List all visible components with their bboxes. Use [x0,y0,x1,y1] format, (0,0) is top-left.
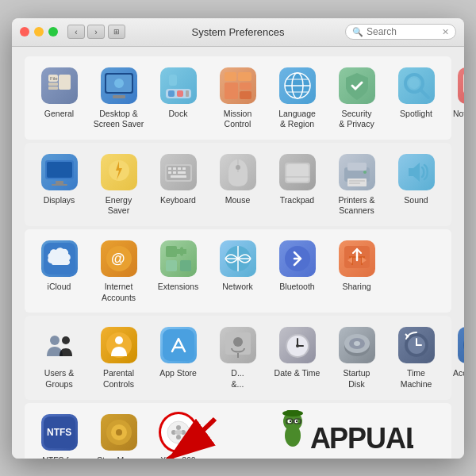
nav-buttons: ‹ › [67,25,105,39]
pref-item-datetime[interactable]: Date & Time [267,322,327,382]
svg-point-117 [288,419,292,423]
pref-item-language[interactable]: Language& Region [267,63,327,133]
pref-item-spotlight[interactable]: Spotlight [386,63,446,123]
svg-point-80 [233,337,243,347]
sharing-label: Sharing [342,282,370,293]
svg-rect-42 [168,167,171,170]
appuals-svg: A PPUALS [271,407,413,459]
pref-item-mission[interactable]: MissionControl [208,63,267,133]
dock-icon [160,67,197,104]
maximize-button[interactable] [48,27,58,36]
svg-point-74 [62,336,70,344]
pref-item-appstore[interactable]: App Store [148,322,208,382]
search-input[interactable] [367,26,439,37]
extensions-icon [160,240,197,277]
svg-point-118 [294,419,298,423]
datetime-label: Date & Time [274,368,321,379]
appuals-logo: A PPUALS [271,407,413,459]
svg-rect-1 [48,83,58,86]
svg-rect-8 [113,95,125,98]
ntfs-icon: NTFS [41,414,78,451]
energy-label: EnergySaver [106,195,132,217]
svg-text:@: @ [111,251,125,267]
steermouse-label: SteerMou... [97,455,140,459]
notifications-label: Notifications [453,109,464,120]
traffic-lights [20,27,58,36]
pref-item-timemachine[interactable]: TimeMachine [386,322,446,393]
svg-rect-35 [47,162,72,178]
timemachine-label: TimeMachine [401,368,432,390]
keyboard-label: Keyboard [160,195,196,206]
spotlight-icon [398,67,435,104]
svg-point-114 [285,424,301,447]
svg-text:File: File [50,76,58,81]
svg-rect-15 [238,72,251,81]
svg-rect-11 [177,90,183,97]
accessibility-icon [458,327,465,363]
svg-rect-2 [48,86,58,90]
back-button[interactable]: ‹ [67,25,85,39]
svg-point-120 [296,420,298,421]
minimize-button[interactable] [34,27,44,36]
mouse-icon [220,154,256,190]
spotlight-label: Spotlight [400,109,432,120]
pref-item-dock[interactable]: Dock [148,63,208,123]
svg-rect-44 [178,167,181,170]
pref-item-users[interactable]: Users &Groups [29,322,89,393]
search-bar[interactable]: 🔍 ✕ [345,24,456,40]
pref-item-icloud[interactable]: iCloud [29,236,89,296]
printers-label: Printers &Scanners [338,195,374,217]
pref-item-notifications[interactable]: ! Notifications [446,63,464,123]
close-button[interactable] [20,27,29,36]
pref-item-steermouse[interactable]: SteerMou... [89,409,148,459]
pref-item-sound[interactable]: Sound [386,149,446,209]
pref-item-energy[interactable]: EnergySaver [89,149,148,220]
icloud-label: iCloud [48,282,71,293]
grid-view-button[interactable]: ⊞ [108,25,125,39]
pref-item-internet[interactable]: @ InternetAccounts [89,236,148,306]
displays-label: Displays [44,195,75,206]
pref-item-mouse[interactable]: Mouse [208,149,267,209]
svg-point-113 [283,412,302,431]
pref-item-displays[interactable]: Displays [29,149,89,209]
pref-item-general[interactable]: File General [29,63,89,123]
internet-label: InternetAccounts [102,282,136,303]
desktop-label: Desktop &Screen Saver [94,109,144,130]
pref-item-extensions[interactable]: Extensions [148,236,208,296]
forward-button[interactable]: › [87,25,105,39]
pref-item-bluetooth[interactable]: Bluetooth [267,236,327,296]
appstore-icon [160,327,197,363]
preferences-row-3: iCloud @ InternetAccounts Extensions [25,229,451,313]
pref-item-desktop[interactable]: Desktop &Screen Saver [89,63,148,133]
svg-line-26 [420,90,428,98]
svg-rect-53 [286,164,309,182]
svg-rect-116 [286,410,299,415]
security-icon [339,67,375,104]
svg-point-86 [296,344,299,347]
window-title: System Preferences [191,26,284,38]
svg-rect-3 [59,75,71,90]
pref-item-dictation[interactable]: D...&... [208,322,267,393]
pref-item-parental[interactable]: ParentalControls [89,322,148,393]
svg-point-115 [282,410,303,416]
general-icon: File [41,67,78,104]
svg-point-7 [114,79,124,88]
pref-item-startup[interactable]: StartupDisk [327,322,386,393]
svg-point-119 [290,420,291,421]
pref-item-ntfs[interactable]: NTFS NTFS forMac OS X [29,409,89,459]
svg-rect-14 [225,72,236,81]
svg-rect-56 [347,163,367,171]
pref-item-printers[interactable]: Printers &Scanners [327,149,386,220]
pref-item-accessibility[interactable]: Accessibility [446,322,464,382]
pref-item-sharing[interactable]: Sharing [327,236,386,296]
pref-item-trackpad[interactable]: Trackpad [267,149,327,209]
language-label: Language& Region [278,109,316,130]
pref-item-security[interactable]: Security& Privacy [327,63,386,133]
svg-rect-58 [349,180,365,182]
pref-item-keyboard[interactable]: Keyboard [148,149,208,209]
clear-search-icon[interactable]: ✕ [442,27,449,37]
pref-item-network[interactable]: Network [208,236,267,296]
steermouse-icon [101,414,137,451]
dictation-icon [220,327,256,363]
pref-item-xbox[interactable]: Xbox 360Controllers [148,409,208,459]
